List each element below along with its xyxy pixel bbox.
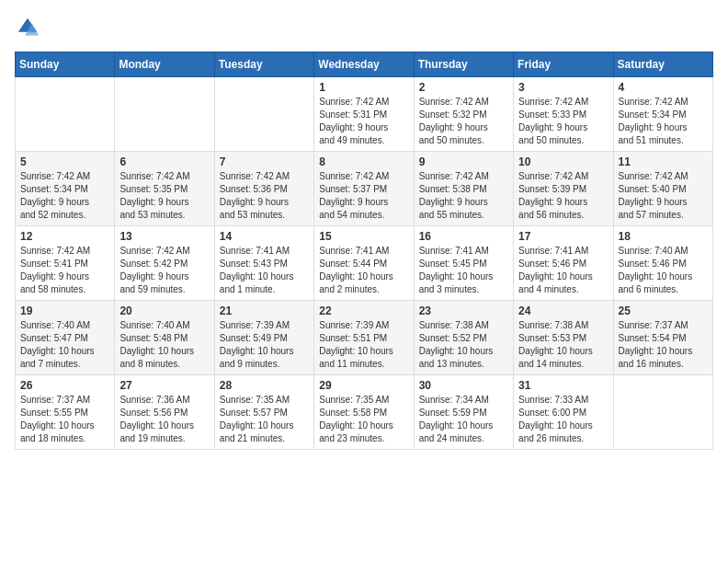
day-number: 19 — [20, 304, 109, 317]
day-number: 10 — [518, 155, 608, 168]
calendar-cell: 29Sunrise: 7:35 AM Sunset: 5:58 PM Dayli… — [314, 375, 414, 450]
weekday-header: Wednesday — [314, 52, 414, 77]
calendar-cell: 8Sunrise: 7:42 AM Sunset: 5:37 PM Daylig… — [314, 152, 414, 226]
weekday-header: Monday — [115, 52, 214, 77]
day-info: Sunrise: 7:42 AM Sunset: 5:34 PM Dayligh… — [20, 170, 109, 222]
calendar-cell: 9Sunrise: 7:42 AM Sunset: 5:38 PM Daylig… — [414, 152, 513, 226]
day-number: 13 — [119, 230, 209, 243]
day-number: 14 — [220, 230, 309, 243]
day-info: Sunrise: 7:41 AM Sunset: 5:46 PM Dayligh… — [518, 245, 608, 296]
day-number: 2 — [419, 81, 508, 94]
day-info: Sunrise: 7:36 AM Sunset: 5:56 PM Dayligh… — [119, 394, 209, 445]
calendar-week-row: 19Sunrise: 7:40 AM Sunset: 5:47 PM Dayli… — [16, 301, 713, 375]
day-number: 21 — [220, 304, 309, 317]
calendar-cell: 2Sunrise: 7:42 AM Sunset: 5:32 PM Daylig… — [414, 77, 513, 152]
day-number: 24 — [518, 304, 608, 317]
day-number: 6 — [119, 155, 209, 168]
day-info: Sunrise: 7:40 AM Sunset: 5:48 PM Dayligh… — [119, 319, 209, 371]
calendar-cell: 5Sunrise: 7:42 AM Sunset: 5:34 PM Daylig… — [16, 152, 115, 226]
day-number: 27 — [119, 379, 209, 392]
day-number: 16 — [419, 230, 508, 243]
day-info: Sunrise: 7:37 AM Sunset: 5:55 PM Dayligh… — [20, 394, 109, 445]
calendar-cell — [115, 77, 214, 152]
day-number: 17 — [518, 230, 608, 243]
calendar-table: SundayMondayTuesdayWednesdayThursdayFrid… — [15, 52, 713, 450]
calendar-cell: 13Sunrise: 7:42 AM Sunset: 5:42 PM Dayli… — [115, 226, 214, 301]
day-number: 8 — [319, 155, 408, 168]
logo-icon — [15, 15, 40, 40]
day-info: Sunrise: 7:42 AM Sunset: 5:37 PM Dayligh… — [319, 170, 408, 222]
day-info: Sunrise: 7:42 AM Sunset: 5:42 PM Dayligh… — [119, 245, 209, 296]
calendar-cell: 4Sunrise: 7:42 AM Sunset: 5:34 PM Daylig… — [613, 77, 712, 152]
day-number: 1 — [319, 81, 408, 94]
day-info: Sunrise: 7:40 AM Sunset: 5:47 PM Dayligh… — [20, 319, 109, 371]
day-info: Sunrise: 7:37 AM Sunset: 5:54 PM Dayligh… — [619, 319, 708, 371]
day-info: Sunrise: 7:42 AM Sunset: 5:34 PM Dayligh… — [619, 96, 708, 147]
calendar-cell: 24Sunrise: 7:38 AM Sunset: 5:53 PM Dayli… — [514, 301, 613, 375]
calendar-cell: 14Sunrise: 7:41 AM Sunset: 5:43 PM Dayli… — [214, 226, 313, 301]
calendar-cell: 1Sunrise: 7:42 AM Sunset: 5:31 PM Daylig… — [314, 77, 414, 152]
weekday-header: Friday — [514, 52, 613, 77]
day-info: Sunrise: 7:42 AM Sunset: 5:33 PM Dayligh… — [518, 96, 608, 147]
day-number: 30 — [419, 379, 508, 392]
weekday-header: Thursday — [414, 52, 513, 77]
calendar-cell: 7Sunrise: 7:42 AM Sunset: 5:36 PM Daylig… — [214, 152, 313, 226]
day-number: 31 — [518, 379, 608, 392]
day-info: Sunrise: 7:42 AM Sunset: 5:35 PM Dayligh… — [119, 170, 209, 222]
day-number: 18 — [619, 230, 708, 243]
day-number: 3 — [518, 81, 608, 94]
calendar-header-row: SundayMondayTuesdayWednesdayThursdayFrid… — [16, 52, 713, 77]
day-number: 29 — [319, 379, 408, 392]
day-info: Sunrise: 7:35 AM Sunset: 5:57 PM Dayligh… — [220, 394, 309, 445]
calendar-cell: 18Sunrise: 7:40 AM Sunset: 5:46 PM Dayli… — [613, 226, 712, 301]
day-info: Sunrise: 7:38 AM Sunset: 5:52 PM Dayligh… — [419, 319, 508, 371]
calendar-cell: 28Sunrise: 7:35 AM Sunset: 5:57 PM Dayli… — [214, 375, 313, 450]
day-number: 9 — [419, 155, 508, 168]
calendar-cell: 27Sunrise: 7:36 AM Sunset: 5:56 PM Dayli… — [115, 375, 214, 450]
day-info: Sunrise: 7:39 AM Sunset: 5:51 PM Dayligh… — [319, 319, 408, 371]
calendar-cell: 16Sunrise: 7:41 AM Sunset: 5:45 PM Dayli… — [414, 226, 513, 301]
day-number: 26 — [20, 379, 109, 392]
day-info: Sunrise: 7:42 AM Sunset: 5:39 PM Dayligh… — [518, 170, 608, 222]
day-info: Sunrise: 7:39 AM Sunset: 5:49 PM Dayligh… — [220, 319, 309, 371]
weekday-header: Tuesday — [214, 52, 313, 77]
page-header — [15, 15, 713, 40]
day-number: 20 — [119, 304, 209, 317]
day-number: 5 — [20, 155, 109, 168]
calendar-cell: 6Sunrise: 7:42 AM Sunset: 5:35 PM Daylig… — [115, 152, 214, 226]
day-info: Sunrise: 7:35 AM Sunset: 5:58 PM Dayligh… — [319, 394, 408, 445]
day-info: Sunrise: 7:42 AM Sunset: 5:32 PM Dayligh… — [419, 96, 508, 147]
day-info: Sunrise: 7:42 AM Sunset: 5:40 PM Dayligh… — [619, 170, 708, 222]
day-info: Sunrise: 7:34 AM Sunset: 5:59 PM Dayligh… — [419, 394, 508, 445]
calendar-cell: 26Sunrise: 7:37 AM Sunset: 5:55 PM Dayli… — [16, 375, 115, 450]
day-number: 7 — [220, 155, 309, 168]
calendar-cell: 19Sunrise: 7:40 AM Sunset: 5:47 PM Dayli… — [16, 301, 115, 375]
day-number: 28 — [220, 379, 309, 392]
calendar-cell: 15Sunrise: 7:41 AM Sunset: 5:44 PM Dayli… — [314, 226, 414, 301]
day-info: Sunrise: 7:42 AM Sunset: 5:41 PM Dayligh… — [20, 245, 109, 296]
day-number: 12 — [20, 230, 109, 243]
day-info: Sunrise: 7:33 AM Sunset: 6:00 PM Dayligh… — [518, 394, 608, 445]
calendar-week-row: 26Sunrise: 7:37 AM Sunset: 5:55 PM Dayli… — [16, 375, 713, 450]
day-info: Sunrise: 7:41 AM Sunset: 5:45 PM Dayligh… — [419, 245, 508, 296]
day-number: 4 — [619, 81, 708, 94]
logo — [15, 15, 42, 40]
calendar-cell: 3Sunrise: 7:42 AM Sunset: 5:33 PM Daylig… — [514, 77, 613, 152]
calendar-cell: 17Sunrise: 7:41 AM Sunset: 5:46 PM Dayli… — [514, 226, 613, 301]
calendar-cell: 12Sunrise: 7:42 AM Sunset: 5:41 PM Dayli… — [16, 226, 115, 301]
day-info: Sunrise: 7:42 AM Sunset: 5:38 PM Dayligh… — [419, 170, 508, 222]
calendar-cell: 30Sunrise: 7:34 AM Sunset: 5:59 PM Dayli… — [414, 375, 513, 450]
weekday-header: Saturday — [613, 52, 712, 77]
day-number: 22 — [319, 304, 408, 317]
day-number: 25 — [619, 304, 708, 317]
calendar-cell — [214, 77, 313, 152]
day-info: Sunrise: 7:40 AM Sunset: 5:46 PM Dayligh… — [619, 245, 708, 296]
calendar-cell: 22Sunrise: 7:39 AM Sunset: 5:51 PM Dayli… — [314, 301, 414, 375]
calendar-cell — [16, 77, 115, 152]
weekday-header: Sunday — [16, 52, 115, 77]
day-number: 15 — [319, 230, 408, 243]
day-info: Sunrise: 7:38 AM Sunset: 5:53 PM Dayligh… — [518, 319, 608, 371]
calendar-cell — [613, 375, 712, 450]
day-number: 23 — [419, 304, 508, 317]
day-info: Sunrise: 7:42 AM Sunset: 5:31 PM Dayligh… — [319, 96, 408, 147]
